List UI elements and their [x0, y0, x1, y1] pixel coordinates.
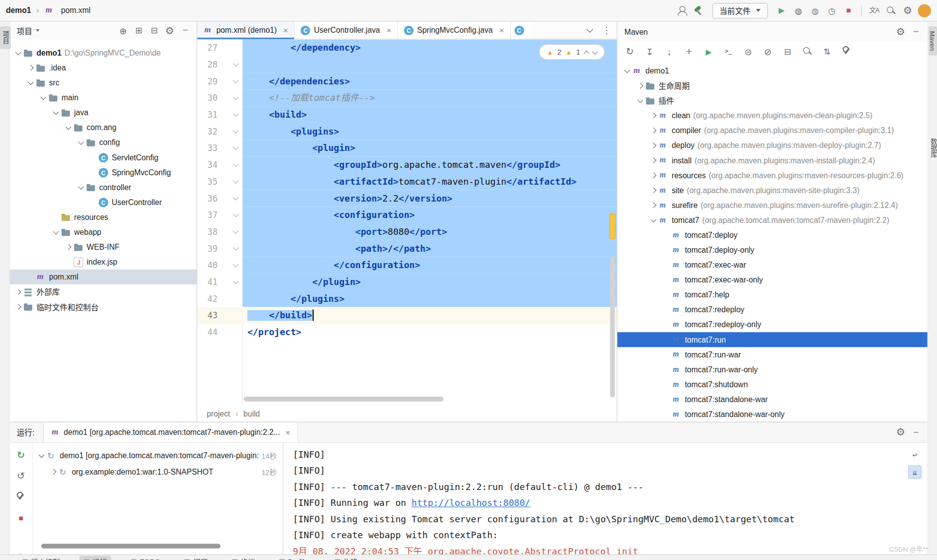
- project-item-webapp[interactable]: webapp: [9, 224, 197, 239]
- fold-marker-icon[interactable]: [233, 144, 239, 150]
- project-item-config[interactable]: config: [9, 135, 197, 150]
- stripe-button-project[interactable]: 项目: [0, 26, 11, 49]
- gutter-line[interactable]: 39: [197, 240, 242, 257]
- chevron-open-icon[interactable]: [38, 93, 48, 102]
- code-line[interactable]: </project>: [243, 324, 617, 341]
- close-icon[interactable]: ×: [386, 25, 391, 35]
- hide-icon[interactable]: [179, 24, 192, 37]
- code-line[interactable]: </plugins>: [243, 290, 617, 307]
- chevron-closed-icon[interactable]: [649, 171, 658, 180]
- maven-item-deploy[interactable]: deploy(org.apache.maven.plugins:maven-de…: [617, 138, 928, 153]
- gutter-line[interactable]: 33: [197, 140, 242, 157]
- project-item-pom-xml[interactable]: pom.xml: [9, 270, 197, 284]
- code-line[interactable]: <build>: [243, 106, 617, 123]
- more-chevrons-icon[interactable]: [14, 548, 27, 555]
- search-icon[interactable]: [801, 45, 814, 58]
- fold-marker-icon[interactable]: [233, 178, 239, 184]
- project-item-src[interactable]: src: [9, 75, 197, 90]
- soft-wrap-icon[interactable]: [908, 448, 921, 461]
- maven-item-compiler[interactable]: compiler(org.apache.maven.plugins:maven-…: [617, 123, 928, 138]
- chevron-open-icon[interactable]: [36, 451, 46, 460]
- chevron-open-icon[interactable]: [649, 215, 658, 225]
- code-line[interactable]: <version>2.2</version>: [243, 190, 617, 207]
- project-panel-title[interactable]: 项目: [17, 25, 32, 36]
- skip-tests-icon[interactable]: [741, 45, 754, 58]
- project-item-row-16[interactable]: 外部库: [9, 284, 197, 299]
- chevron-open-icon[interactable]: [622, 66, 632, 75]
- collapse-all-icon[interactable]: [781, 45, 794, 58]
- maven-item-tomcat7-deploy[interactable]: tomcat7:deploy: [617, 228, 928, 243]
- scroll-to-end-icon[interactable]: [908, 465, 921, 478]
- generate-sources-icon[interactable]: [643, 45, 656, 58]
- editor-tab-hidden[interactable]: [511, 21, 531, 39]
- gutter-line[interactable]: 30: [197, 90, 242, 107]
- gutter-line[interactable]: 28: [197, 56, 242, 73]
- run-tab[interactable]: demo1 [org.apache.tomcat.maven:tomcat7-m…: [43, 422, 298, 442]
- chevron-closed-icon[interactable]: [649, 126, 658, 135]
- chevron-down-icon[interactable]: [583, 24, 596, 37]
- chevron-closed-icon[interactable]: [26, 63, 36, 72]
- run-tree-horizontal-scrollbar[interactable]: [41, 544, 220, 549]
- dependencies-icon[interactable]: [820, 45, 833, 58]
- fold-marker-icon[interactable]: [233, 94, 239, 100]
- editor-horizontal-scrollbar[interactable]: [244, 397, 443, 402]
- wrench-icon[interactable]: [14, 490, 27, 503]
- maven-item-tomcat7-help[interactable]: tomcat7:help: [617, 287, 928, 302]
- run-console[interactable]: [INFO][INFO][INFO] --- tomcat7-maven-plu…: [283, 443, 927, 555]
- chevron-open-icon[interactable]: [13, 48, 23, 58]
- search-icon[interactable]: [884, 4, 897, 17]
- run-icon[interactable]: [702, 45, 715, 58]
- chevron-down-icon[interactable]: [36, 29, 39, 32]
- chevron-closed-icon[interactable]: [649, 201, 658, 210]
- chevron-open-icon[interactable]: [635, 96, 645, 105]
- gutter-line[interactable]: 37: [197, 207, 242, 223]
- code-line[interactable]: <plugin>: [243, 140, 617, 157]
- code-line[interactable]: <!--加载tomcat插件-->: [243, 90, 617, 107]
- download-sources-icon[interactable]: [663, 45, 676, 58]
- code-line[interactable]: <port>8080</port>: [243, 223, 617, 240]
- project-item-springmvcconfig[interactable]: SpringMvcConfig: [9, 165, 197, 180]
- maven-item-tomcat7-run[interactable]: tomcat7:run: [617, 332, 928, 347]
- maven-item-demo1[interactable]: demo1: [617, 64, 928, 78]
- user-icon[interactable]: [675, 4, 688, 17]
- fold-marker-icon[interactable]: [233, 228, 239, 234]
- toolwindow-button-todo[interactable]: TODO: [127, 557, 164, 560]
- project-item-controller[interactable]: controller: [9, 180, 197, 195]
- chevron-closed-icon[interactable]: [13, 287, 23, 296]
- settings-gear-icon[interactable]: [901, 4, 914, 17]
- rerun-failed-icon[interactable]: [14, 470, 27, 483]
- chevron-open-icon[interactable]: [51, 108, 61, 117]
- close-icon[interactable]: ×: [286, 427, 290, 437]
- chevron-open-icon[interactable]: [76, 183, 86, 192]
- fold-marker-icon[interactable]: [233, 77, 239, 83]
- translate-icon[interactable]: [867, 4, 880, 17]
- inspections-widget[interactable]: ▲ 2 ▲ 1: [539, 44, 605, 60]
- code-line[interactable]: </plugin>: [243, 274, 617, 290]
- settings-gear-icon[interactable]: [163, 24, 176, 37]
- run-node-org-example-demo1-war-1-0-snapshot[interactable]: org.example:demo1:war:1.0-SNAPSHOT12秒: [33, 464, 283, 480]
- console-link[interactable]: http://localhost:8080/: [412, 497, 530, 508]
- code-line[interactable]: </configuration>: [243, 257, 617, 274]
- more-vertical-icon[interactable]: [600, 24, 613, 37]
- toolwindow-button-button[interactable]: 构建: [330, 556, 362, 560]
- code-line[interactable]: <artifactId>tomcat7-maven-plugin</artifa…: [243, 173, 617, 190]
- editor-tab-usercontroller-java[interactable]: UserController.java×: [295, 21, 398, 39]
- chevron-closed-icon[interactable]: [649, 140, 658, 150]
- maven-item-resources[interactable]: resources(org.apache.maven.plugins:maven…: [617, 168, 928, 183]
- previous-issue-icon[interactable]: [583, 50, 589, 56]
- toolwindow-button-button[interactable]: 版本控制: [18, 556, 64, 560]
- maven-item-tomcat7-redeploy-only[interactable]: tomcat7:redeploy-only: [617, 317, 928, 332]
- fold-marker-icon[interactable]: [233, 61, 239, 67]
- chevron-closed-icon[interactable]: [635, 81, 645, 90]
- close-icon[interactable]: ×: [284, 25, 288, 35]
- avatar-icon[interactable]: [918, 4, 931, 17]
- gutter-line[interactable]: 35: [197, 173, 242, 190]
- project-item-com-ang[interactable]: com.ang: [9, 120, 197, 135]
- chevron-open-icon[interactable]: [51, 227, 61, 237]
- close-icon[interactable]: ×: [499, 25, 504, 35]
- project-item-java[interactable]: java: [9, 105, 197, 120]
- maven-item-tomcat7-exec-war[interactable]: tomcat7:exec-war: [617, 258, 928, 273]
- gutter-line[interactable]: 41: [197, 274, 242, 290]
- code-line[interactable]: <configuration>: [243, 207, 617, 223]
- breadcrumb-project-tag[interactable]: project: [207, 409, 230, 418]
